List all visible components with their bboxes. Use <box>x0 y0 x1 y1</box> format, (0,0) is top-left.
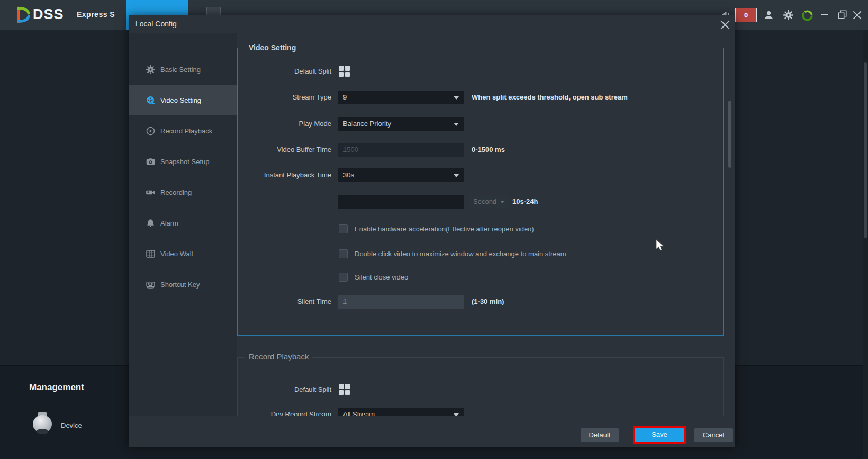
video-setting-legend: Video Setting <box>245 43 300 52</box>
silent-time-label: Silent Time <box>238 295 331 309</box>
instant-playback-time-label: Instant Playback Time <box>238 168 331 182</box>
play-circle-icon <box>146 127 155 136</box>
config-content: Video Setting Default Split Stream Type … <box>237 33 735 416</box>
sidebar-item-alarm[interactable]: Alarm <box>129 208 237 238</box>
sidebar-item-label: Recording <box>160 188 192 196</box>
dialog-footer: Default Save Cancel <box>129 416 735 447</box>
record-playback-group: Record Playback Default Split Dev Record… <box>237 357 724 416</box>
brand-name: DSS <box>33 6 64 23</box>
silent-time-input[interactable]: 1 <box>338 295 464 309</box>
sidebar-item-recording[interactable]: Recording <box>129 177 237 208</box>
film-reel-icon <box>146 96 155 105</box>
sidebar-item-video-wall[interactable]: Video Wall <box>129 238 237 269</box>
chevron-down-icon <box>454 174 459 177</box>
save-button-highlight: Save <box>633 426 686 444</box>
duration-range-hint: 10s-24h <box>512 195 538 209</box>
gear-icon <box>146 65 155 74</box>
mouse-cursor <box>655 239 667 253</box>
sidebar-item-video-setting[interactable]: Video Setting <box>129 85 237 115</box>
hardware-acceleration-checkbox[interactable] <box>339 224 348 233</box>
rp-default-split-selector-icon[interactable] <box>339 384 350 395</box>
rp-default-split-label: Default Split <box>238 383 331 397</box>
user-icon[interactable] <box>764 10 774 20</box>
alarm-count-badge[interactable]: 0 <box>735 8 757 22</box>
sidebar-item-record-playback[interactable]: Record Playback <box>129 115 237 146</box>
stream-type-dropdown[interactable]: 9 <box>338 91 464 104</box>
silent-close-video-label: Silent close video <box>355 273 408 282</box>
stream-type-hint: When split exceeds threshold, open sub s… <box>472 91 628 104</box>
restore-window-button[interactable] <box>838 10 847 19</box>
sidebar-item-label: Basic Setting <box>160 66 201 74</box>
chevron-down-icon <box>454 123 459 126</box>
minimize-button[interactable] <box>821 14 828 15</box>
sidebar-item-label: Record Playback <box>160 127 212 135</box>
sidebar-item-label: Video Setting <box>160 96 201 104</box>
config-sidebar: Basic Setting Video Setting Record Playb… <box>129 33 237 416</box>
default-split-label: Default Split <box>238 65 331 78</box>
hardware-acceleration-label: Enable hardware acceleration(Effective a… <box>355 224 534 233</box>
sidebar-item-shortcut-key[interactable]: Shortcut Key <box>129 269 237 300</box>
instant-playback-dropdown[interactable]: 30s <box>338 168 464 182</box>
sidebar-item-snapshot-setup[interactable]: Snapshot Setup <box>129 146 237 177</box>
video-buffer-time-label: Video Buffer Time <box>238 143 331 157</box>
camera-icon <box>146 157 155 166</box>
record-playback-legend: Record Playback <box>245 352 312 361</box>
sidebar-item-label: Shortcut Key <box>160 281 200 289</box>
play-mode-dropdown[interactable]: Balance Priority <box>338 117 464 131</box>
silent-close-video-checkbox[interactable] <box>339 273 348 282</box>
app-window: Live View View live vi indow prev ot, in… <box>0 0 868 459</box>
settings-gear-icon[interactable] <box>783 10 793 20</box>
network-status-icon[interactable] <box>802 10 813 21</box>
default-split-selector-icon[interactable] <box>339 66 350 77</box>
sidebar-item-label: Snapshot Setup <box>160 158 210 166</box>
silent-time-range-hint: (1-30 min) <box>472 295 504 309</box>
duration-input[interactable] <box>338 195 464 209</box>
dialog-close-icon[interactable] <box>719 19 731 31</box>
double-click-maximize-label: Double click video to maximize window an… <box>355 249 566 258</box>
device-icon[interactable] <box>33 412 52 435</box>
sidebar-item-label: Alarm <box>160 219 178 227</box>
video-buffer-time-input[interactable]: 1500 <box>338 143 464 157</box>
dev-record-stream-dropdown[interactable]: All Stream <box>338 408 464 416</box>
dss-logo-icon <box>13 6 31 23</box>
bell-icon <box>146 219 155 228</box>
page-scrollbar-thumb[interactable] <box>864 62 867 238</box>
device-label[interactable]: Device <box>61 421 82 429</box>
dialog-scrollbar-thumb[interactable] <box>728 101 731 168</box>
sidebar-item-label: Video Wall <box>160 250 193 258</box>
play-mode-label: Play Mode <box>238 117 331 131</box>
grid-icon <box>146 249 155 258</box>
management-section-title: Management <box>29 382 84 393</box>
save-button[interactable]: Save <box>635 428 684 442</box>
double-click-maximize-checkbox[interactable] <box>339 249 348 258</box>
cancel-button[interactable]: Cancel <box>694 428 733 442</box>
video-buffer-range-hint: 0-1500 ms <box>472 143 505 157</box>
local-config-dialog: Local Config Basic Setting <box>129 15 735 446</box>
stream-type-label: Stream Type <box>238 91 331 104</box>
keyboard-icon <box>146 280 155 289</box>
close-window-button[interactable] <box>852 10 862 20</box>
dev-record-stream-label: Dev Record Stream <box>238 408 331 416</box>
duration-unit-dropdown[interactable]: Second <box>468 195 509 209</box>
default-button[interactable]: Default <box>581 428 619 442</box>
chevron-down-icon <box>500 201 504 203</box>
video-setting-group: Video Setting Default Split Stream Type … <box>237 48 724 336</box>
sidebar-item-basic-setting[interactable]: Basic Setting <box>129 54 237 85</box>
brand-edition: Express S <box>77 10 115 19</box>
video-camera-icon <box>146 188 155 197</box>
chevron-down-icon <box>454 96 459 100</box>
dialog-title: Local Config <box>135 20 177 28</box>
